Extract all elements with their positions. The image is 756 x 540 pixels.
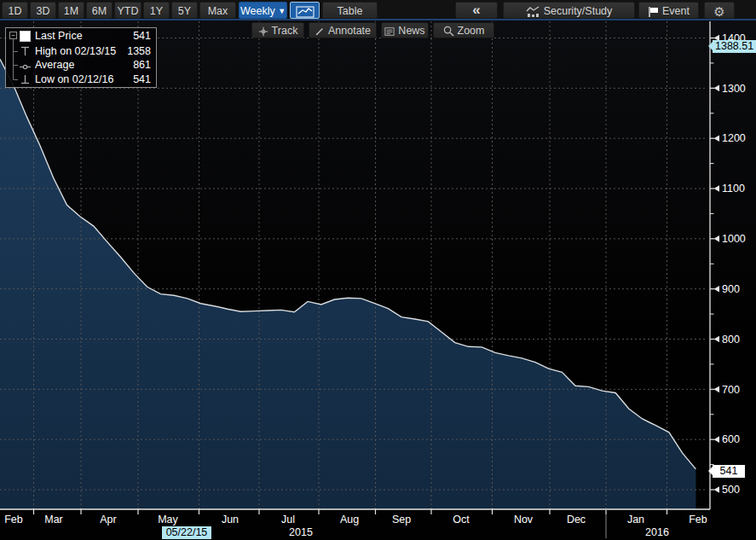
legend-value: 1358 <box>127 44 151 58</box>
interval-label: Weekly <box>240 5 275 17</box>
legend-label: High on 02/13/15 <box>35 44 116 58</box>
chevron-down-icon: ▼ <box>278 7 286 15</box>
legend-value: 541 <box>133 29 151 43</box>
security-study-button[interactable]: Security/Study <box>503 2 635 19</box>
period-button-6m[interactable]: 6M <box>86 2 113 19</box>
svg-text:700: 700 <box>722 384 740 396</box>
annotate-button[interactable]: Annotate <box>309 22 377 38</box>
legend-label: Average <box>35 58 74 72</box>
last-price-marker-icon <box>20 31 31 42</box>
period-button-1d[interactable]: 1D <box>2 2 28 19</box>
svg-text:Dec: Dec <box>567 514 586 525</box>
average-marker-icon <box>20 60 31 70</box>
terminal-chart-window: 14001300120011001000900800700600500FebMa… <box>0 0 756 540</box>
crosshair-icon <box>258 26 268 37</box>
interval-dropdown[interactable]: Weekly ▼ <box>239 2 287 19</box>
svg-text:May: May <box>158 514 178 525</box>
chart-type-button[interactable] <box>290 2 320 19</box>
news-label: News <box>398 25 424 37</box>
chart-legend: Last Price 541 High on 02/13/15 1358 Ave… <box>5 27 157 88</box>
legend-value: 541 <box>133 73 151 86</box>
svg-text:500: 500 <box>722 484 740 496</box>
svg-text:2016: 2016 <box>645 526 669 538</box>
price-chart-svg[interactable]: 14001300120011001000900800700600500FebMa… <box>0 20 756 540</box>
legend-label: Low on 02/12/16 <box>35 73 113 86</box>
period-button-ytd[interactable]: YTD <box>114 2 141 19</box>
svg-text:Jun: Jun <box>222 514 239 525</box>
period-button-1m[interactable]: 1M <box>58 2 84 19</box>
legend-value: 861 <box>133 58 151 72</box>
svg-text:1100: 1100 <box>722 183 745 195</box>
table-button[interactable]: Table <box>322 2 378 19</box>
high-marker-icon <box>20 46 31 56</box>
track-button[interactable]: Track <box>251 22 304 38</box>
svg-text:Oct: Oct <box>453 514 470 525</box>
period-button-3d[interactable]: 3D <box>30 2 56 19</box>
svg-text:Jan: Jan <box>627 514 644 525</box>
settings-button[interactable]: ⚙ <box>704 2 735 19</box>
period-button-1y[interactable]: 1Y <box>143 2 170 19</box>
period-button-5y[interactable]: 5Y <box>171 2 198 19</box>
low-marker-icon <box>20 74 31 84</box>
svg-text:Jul: Jul <box>281 514 295 525</box>
svg-text:1200: 1200 <box>722 132 746 144</box>
crosshair-price-tag: 1388.51 <box>713 40 756 53</box>
zoom-button[interactable]: Zoom <box>433 22 494 38</box>
svg-text:800: 800 <box>722 334 740 345</box>
news-icon <box>384 26 395 37</box>
crosshair-date-tag: 05/22/15 <box>162 526 211 539</box>
legend-row-high[interactable]: High on 02/13/15 1358 <box>7 44 153 58</box>
zoom-label: Zoom <box>458 25 485 37</box>
line-chart-icon <box>296 6 315 18</box>
flag-icon <box>648 6 659 18</box>
annotate-label: Annotate <box>328 25 371 37</box>
svg-text:2015: 2015 <box>289 526 313 538</box>
legend-row-last-price[interactable]: Last Price 541 <box>7 29 153 43</box>
track-label: Track <box>272 25 298 37</box>
svg-text:Feb: Feb <box>689 514 707 525</box>
svg-text:Feb: Feb <box>4 514 23 525</box>
event-button[interactable]: Event <box>638 2 699 19</box>
security-study-label: Security/Study <box>544 5 613 17</box>
collapse-panel-button[interactable]: « <box>455 2 498 19</box>
news-button[interactable]: News <box>381 22 429 38</box>
legend-row-average[interactable]: Average 861 <box>7 58 153 72</box>
top-toolbar: 1D 3D 1M 6M YTD 1Y 5Y Max Weekly ▼ Table… <box>0 0 756 20</box>
svg-text:Sep: Sep <box>392 514 411 525</box>
svg-text:Apr: Apr <box>100 514 116 525</box>
pencil-icon <box>315 26 325 37</box>
svg-text:600: 600 <box>722 433 740 445</box>
svg-text:Aug: Aug <box>340 514 359 525</box>
legend-row-low[interactable]: Low on 02/12/16 541 <box>7 73 153 86</box>
last-price-tag: 541 <box>713 465 745 478</box>
gear-icon: ⚙ <box>713 3 724 20</box>
svg-text:1000: 1000 <box>722 233 746 245</box>
svg-text:1300: 1300 <box>722 83 746 95</box>
period-button-max[interactable]: Max <box>199 2 236 19</box>
svg-text:Mar: Mar <box>44 514 63 525</box>
study-chart-icon <box>526 6 540 18</box>
svg-text:Nov: Nov <box>514 514 534 525</box>
event-label: Event <box>662 5 690 17</box>
svg-text:900: 900 <box>722 283 740 295</box>
magnifier-icon <box>443 26 454 37</box>
legend-label: Last Price <box>35 29 83 43</box>
